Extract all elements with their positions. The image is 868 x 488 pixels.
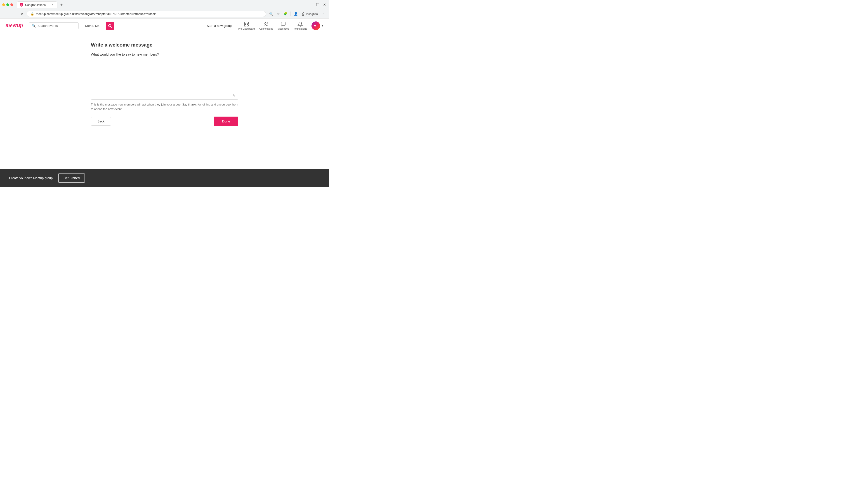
bookmark-icon[interactable]: ☆ xyxy=(275,11,281,17)
nav-icons: Pro Dashboard Connections Messages xyxy=(238,22,324,30)
back-nav-button[interactable]: ← xyxy=(2,11,8,17)
profile-icon[interactable]: 👤 xyxy=(292,11,299,17)
browser-toolbar: ← → ↻ 🔒 meetup.com/meetup-group-ulfhsivo… xyxy=(0,9,329,18)
connections-icon xyxy=(264,22,269,27)
avatar-chevron-icon[interactable]: ▼ xyxy=(321,24,324,27)
messages-nav-item[interactable]: Messages xyxy=(278,22,289,30)
pro-dashboard-label: Pro Dashboard xyxy=(238,27,255,30)
close-button[interactable] xyxy=(10,3,13,6)
minimize-button[interactable] xyxy=(2,3,5,6)
search-icon: 🔍 xyxy=(32,24,36,28)
incognito-icon: 🁾 xyxy=(302,12,305,16)
svg-rect-4 xyxy=(244,22,246,24)
dashboard-icon xyxy=(244,22,249,27)
form-question: What would you like to say to new member… xyxy=(91,53,238,56)
win-minimize-icon[interactable]: — xyxy=(308,2,313,7)
notifications-nav-item[interactable]: Notifications xyxy=(293,22,307,30)
url-display: meetup.com/meetup-group-ulfhsivo/congrat… xyxy=(36,12,156,15)
messages-label: Messages xyxy=(278,27,289,30)
incognito-label: Incognito xyxy=(306,12,318,15)
browser-titlebar: m Congratulations × + — ☐ ✕ xyxy=(0,0,329,9)
svg-text:m: m xyxy=(21,4,22,6)
welcome-message-textarea[interactable] xyxy=(91,59,238,100)
messages-icon xyxy=(281,22,286,27)
window-controls xyxy=(2,3,13,6)
form-actions: Back Done xyxy=(91,117,238,126)
svg-rect-5 xyxy=(247,22,248,24)
extensions-icon[interactable]: 🧩 xyxy=(282,11,289,17)
active-tab[interactable]: m Congratulations × xyxy=(17,1,57,8)
search-icon[interactable]: 🔍 xyxy=(268,11,274,17)
search-button[interactable] xyxy=(106,22,114,30)
start-new-group-link[interactable]: Start a new group xyxy=(204,22,235,29)
help-text: This is the message new members will get… xyxy=(91,102,238,111)
user-menu[interactable]: M ▼ xyxy=(311,22,324,30)
done-button[interactable]: Done xyxy=(214,117,238,126)
maximize-button[interactable] xyxy=(6,3,9,6)
incognito-badge: 🁾 Incognito xyxy=(300,11,320,17)
forward-nav-button[interactable]: → xyxy=(10,11,17,17)
main-nav: meetup 🔍 Dover, DE Start a new group xyxy=(0,19,329,33)
location-text: Dover, DE xyxy=(85,24,99,28)
meetup-site: meetup 🔍 Dover, DE Start a new group xyxy=(0,19,329,185)
svg-point-9 xyxy=(267,23,268,24)
svg-rect-7 xyxy=(247,25,248,26)
form-title: Write a welcome message xyxy=(91,42,238,48)
refresh-button[interactable]: ↻ xyxy=(19,11,25,17)
notifications-label: Notifications xyxy=(293,27,307,30)
back-button[interactable]: Back xyxy=(91,117,111,126)
search-input[interactable] xyxy=(37,24,74,28)
meetup-logo[interactable]: meetup xyxy=(5,21,24,30)
footer-text: Create your own Meetup group. xyxy=(9,176,54,180)
new-tab-button[interactable]: + xyxy=(58,2,65,8)
svg-text:M: M xyxy=(314,24,316,28)
tab-title: Congratulations xyxy=(25,3,46,6)
footer: Create your own Meetup group. Get Starte… xyxy=(0,169,329,185)
location-display[interactable]: Dover, DE xyxy=(82,23,102,29)
pro-dashboard-nav-item[interactable]: Pro Dashboard xyxy=(238,22,255,30)
lock-icon: 🔒 xyxy=(31,12,34,15)
address-bar[interactable]: 🔒 meetup.com/meetup-group-ulfhsivo/congr… xyxy=(27,11,266,17)
menu-button[interactable]: ⋮ xyxy=(320,11,327,17)
textarea-wrapper: ✎ xyxy=(91,59,238,101)
svg-point-8 xyxy=(265,23,266,24)
edit-icon: ✎ xyxy=(232,94,236,98)
win-restore-icon[interactable]: ☐ xyxy=(315,2,320,7)
tab-close-button[interactable]: × xyxy=(51,3,55,6)
get-started-button[interactable]: Get Started xyxy=(58,173,85,183)
browser-chrome: m Congratulations × + — ☐ ✕ ← → ↻ 🔒 meet… xyxy=(0,0,329,19)
connections-nav-item[interactable]: Connections xyxy=(259,22,273,30)
main-content: Write a welcome message What would you l… xyxy=(86,33,244,135)
tab-favicon: m xyxy=(20,3,23,6)
svg-line-3 xyxy=(111,26,112,27)
notifications-icon xyxy=(298,22,303,27)
connections-label: Connections xyxy=(259,27,273,30)
toolbar-right: 🔍 ☆ 🧩 👤 🁾 Incognito ⋮ xyxy=(268,11,327,17)
search-bar[interactable]: 🔍 xyxy=(29,22,79,29)
svg-rect-6 xyxy=(244,25,246,26)
svg-text:meetup: meetup xyxy=(5,22,23,29)
user-avatar[interactable]: M xyxy=(311,22,320,30)
win-close-icon[interactable]: ✕ xyxy=(322,2,327,7)
